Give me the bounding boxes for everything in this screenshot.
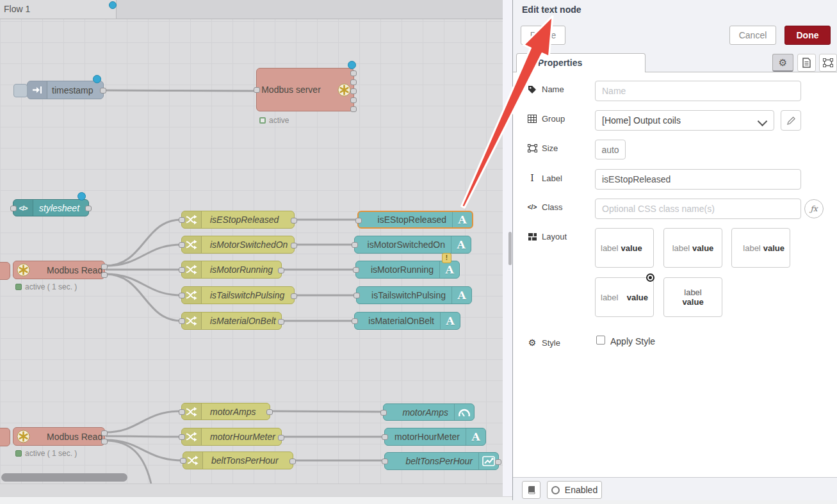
cancel-button[interactable]: Cancel: [729, 26, 776, 45]
inject-button[interactable]: [13, 84, 28, 97]
status-dot-icon: [15, 450, 22, 457]
input-port[interactable]: [382, 434, 388, 440]
node-isMotorSwitchedOn[interactable]: isMotorSwitchedOnA: [354, 236, 471, 254]
node-isMotorSwitchedOn[interactable]: isMotorSwitchedOn: [181, 236, 295, 254]
input-port[interactable]: [382, 459, 388, 464]
apply-style-checkbox[interactable]: [596, 336, 605, 345]
node-motorAmps[interactable]: motorAmps: [383, 403, 475, 421]
output-port[interactable]: [101, 272, 108, 278]
output-port[interactable]: [101, 439, 108, 444]
output-port[interactable]: [291, 243, 297, 248]
layout-option-center[interactable]: labelvalue: [663, 228, 722, 268]
output-port[interactable]: [278, 435, 284, 441]
class-input[interactable]: [595, 199, 801, 219]
vertical-scrollbar[interactable]: [508, 232, 512, 265]
node-isMotorRunning[interactable]: isMotorRunning: [181, 261, 282, 279]
group-select[interactable]: [Home] Output coils: [595, 110, 774, 131]
partial-node[interactable]: [0, 262, 10, 280]
node-motorHourMeter[interactable]: motorHourMeterA: [384, 428, 486, 446]
gear-icon: ⚙: [527, 337, 537, 348]
output-port[interactable]: [350, 97, 357, 103]
layout-option-spread[interactable]: labelvalue: [595, 277, 654, 317]
flow-canvas[interactable]: timestampModbus serverstylesheet</>Modbu…: [0, 0, 503, 496]
output-port[interactable]: [101, 264, 108, 270]
node-status: active ( 1 sec. ): [15, 449, 77, 458]
node-settings-button[interactable]: ⚙: [772, 54, 793, 72]
size-auto-button[interactable]: auto: [595, 140, 626, 159]
output-port[interactable]: [289, 459, 296, 464]
enabled-toggle-button[interactable]: Enabled: [547, 481, 602, 499]
edit-panel-tabs: Properties ⚙: [513, 53, 837, 72]
group-field-label: Group: [527, 114, 565, 124]
input-port[interactable]: [179, 242, 185, 248]
delete-button[interactable]: Delete: [521, 26, 565, 45]
input-port[interactable]: [353, 267, 359, 273]
output-port[interactable]: [100, 88, 106, 93]
appearance-button[interactable]: [819, 54, 837, 72]
input-port[interactable]: [380, 410, 387, 416]
node-Modbus Read[interactable]: Modbus Read: [13, 427, 105, 446]
input-port[interactable]: [179, 409, 185, 415]
input-port[interactable]: [352, 318, 358, 324]
chevron-down-icon: [758, 117, 768, 127]
node-Modbus server[interactable]: Modbus server: [256, 68, 354, 111]
input-port[interactable]: [179, 293, 185, 298]
input-port[interactable]: [254, 87, 260, 93]
output-port[interactable]: [278, 268, 284, 273]
layout-option-stacked[interactable]: labelvalue: [663, 277, 722, 317]
input-port[interactable]: [180, 458, 186, 464]
input-port[interactable]: [352, 242, 358, 248]
input-port[interactable]: [179, 267, 185, 273]
layout-option-left[interactable]: labelvalue: [595, 228, 654, 268]
class-expression-button[interactable]: ƒx: [804, 199, 824, 218]
node-status: active ( 1 sec. ): [15, 282, 77, 291]
status-dot-icon: [15, 284, 22, 290]
output-port[interactable]: [266, 409, 273, 415]
node-isTailswitchPulsing[interactable]: isTailswitchPulsing: [181, 286, 295, 304]
node-beltTonsPerHour[interactable]: beltTonsPerHour: [183, 451, 293, 469]
input-port[interactable]: [179, 217, 185, 223]
done-button[interactable]: Done: [784, 26, 831, 45]
label-input[interactable]: [595, 169, 801, 190]
input-port[interactable]: [179, 318, 185, 324]
input-port[interactable]: [179, 434, 185, 440]
input-port[interactable]: [10, 206, 17, 211]
output-port[interactable]: [350, 88, 357, 94]
output-port[interactable]: [495, 459, 501, 465]
node-isMaterialOnBelt[interactable]: isMaterialOnBeltA: [354, 312, 460, 330]
node-isMotorRunning[interactable]: isMotorRunningA!: [355, 261, 460, 279]
node-motorHourMeter[interactable]: motorHourMeter: [181, 428, 282, 446]
edit-group-button[interactable]: [781, 110, 801, 131]
layout-option-right[interactable]: labelvalue: [731, 228, 790, 268]
output-port[interactable]: [101, 430, 108, 436]
tab-flow-1[interactable]: Flow 1: [0, 0, 117, 19]
node-timestamp[interactable]: timestamp: [27, 81, 104, 99]
input-port[interactable]: [353, 293, 360, 298]
node-Modbus Read[interactable]: Modbus Read: [13, 261, 105, 279]
output-port[interactable]: [350, 106, 357, 112]
node-isEStopReleased[interactable]: isEStopReleased: [181, 211, 295, 229]
edit-panel-form: Name Group [Home] Output coils: [513, 72, 837, 478]
tab-flow-1-label: Flow 1: [4, 4, 30, 14]
enabled-label: Enabled: [565, 485, 597, 495]
node-stylesheet[interactable]: stylesheet</>: [13, 199, 89, 216]
tab-properties[interactable]: Properties: [516, 53, 646, 72]
output-port[interactable]: [278, 319, 284, 325]
name-input[interactable]: [595, 81, 801, 101]
node-help-button[interactable]: [522, 481, 540, 499]
output-port[interactable]: [350, 70, 357, 76]
output-port[interactable]: [350, 79, 357, 85]
input-port[interactable]: [355, 218, 362, 224]
node-isMaterialOnBelt[interactable]: isMaterialOnBelt: [181, 312, 282, 330]
node-isTailswitchPulsing[interactable]: isTailswitchPulsingA: [356, 286, 472, 304]
node-isEStopReleased[interactable]: isEStopReleasedA: [357, 211, 473, 229]
node-beltTonsPerHour[interactable]: beltTonsPerHour: [384, 452, 499, 470]
horizontal-scrollbar[interactable]: [1, 473, 127, 482]
partial-node[interactable]: [0, 428, 10, 446]
node-motorAmps[interactable]: motorAmps: [181, 403, 270, 420]
output-port[interactable]: [291, 293, 297, 299]
output-port[interactable]: [85, 206, 92, 211]
output-port[interactable]: [291, 218, 297, 224]
description-button[interactable]: [797, 54, 816, 72]
changed-indicator: [93, 75, 101, 83]
